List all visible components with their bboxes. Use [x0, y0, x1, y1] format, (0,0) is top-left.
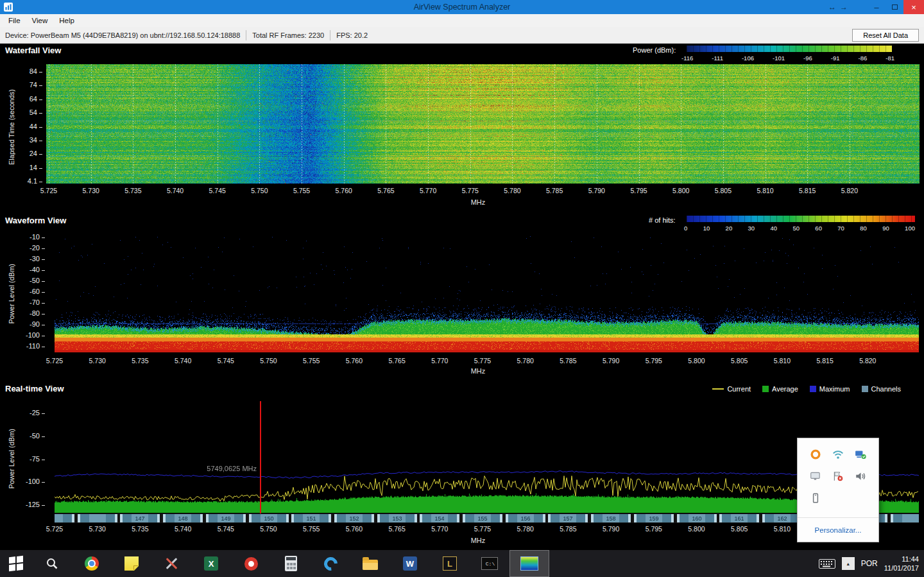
x-tick: 5.770	[431, 357, 448, 365]
legend-tick: 80	[860, 225, 867, 232]
waveform-view-title: Waveform View	[5, 216, 66, 225]
legend-tick: -96	[803, 55, 812, 62]
tray-popup-footer: Personalizar...	[798, 517, 878, 542]
y-tick: 54	[30, 109, 42, 116]
menu-view[interactable]: View	[26, 15, 54, 26]
pc-sync-icon[interactable]	[853, 447, 868, 461]
taskbar-app-command-prompt[interactable]: C:\	[470, 550, 509, 577]
tray-popup-icons	[798, 438, 878, 509]
x-tick: 5.785	[560, 357, 576, 365]
taskbar-clock[interactable]: 11:44 11/01/2017	[884, 555, 919, 573]
x-tick: 5.750	[251, 187, 268, 194]
x-tick: 5.800	[672, 187, 689, 194]
x-tick: 5.745	[218, 357, 234, 365]
x-tick: 5.810	[757, 187, 773, 194]
popout-icon[interactable]: →	[838, 3, 850, 12]
y-tick: -125	[26, 501, 45, 508]
taskbar-app-sticky-notes[interactable]	[112, 550, 151, 577]
y-tick: 74	[30, 82, 42, 89]
volume-icon[interactable]	[853, 469, 868, 483]
taskbar-app-calculator[interactable]	[271, 550, 311, 577]
display-icon[interactable]	[809, 469, 823, 483]
realtime-y-ticks: -25-50-75-100-125	[18, 409, 45, 508]
x-tick: 5.775	[462, 187, 479, 194]
legend-tick: 30	[748, 225, 755, 232]
separator	[330, 30, 330, 40]
customize-link[interactable]: Personalizar...	[815, 526, 862, 534]
hits-gradient-bar	[687, 216, 915, 222]
clock-time: 11:44	[884, 555, 919, 564]
x-tick: 5.775	[474, 357, 491, 365]
menu-file[interactable]: File	[3, 15, 26, 26]
legend-current: Current	[727, 385, 751, 393]
waterfall-view-title: Waterfall View	[5, 46, 61, 55]
x-tick: 5.775	[474, 525, 491, 533]
taskbar-app-airview-active[interactable]	[509, 550, 549, 577]
x-tick: 5.815	[799, 187, 816, 194]
waveform-x-ticks: 5.7255.7305.7355.7405.7455.7505.7555.760…	[0, 357, 924, 366]
waterfall-x-ticks: 5.7255.7305.7355.7405.7455.7505.7555.760…	[0, 187, 924, 196]
taskbar-app-crossed-tools[interactable]	[151, 550, 191, 577]
resize-icon[interactable]: ↔	[826, 3, 838, 12]
x-tick: 5.780	[504, 187, 520, 194]
x-tick: 5.795	[630, 187, 647, 194]
legend-maximum: Maximum	[819, 385, 850, 393]
sticky-notes-icon	[124, 556, 139, 571]
x-tick: 5.795	[646, 525, 662, 533]
start-button[interactable]	[0, 550, 32, 577]
x-tick: 5.820	[859, 357, 876, 365]
device-info: Device: PowerBeam M5 (44D9E7BA8219) on u…	[5, 31, 240, 39]
taskbar-app-blue-crescent[interactable]	[311, 550, 350, 577]
menu-help[interactable]: Help	[53, 15, 80, 26]
y-tick: -20	[30, 245, 45, 252]
taskbar: X W L C:\ (0 44)1 8456 9 9411-317 ftorym…	[0, 550, 924, 577]
x-tick: 5.760	[336, 187, 352, 194]
maximize-icon	[892, 4, 898, 10]
command-prompt-icon: C:\	[481, 557, 498, 570]
legend-tick: 40	[770, 225, 777, 232]
x-tick: 5.820	[841, 187, 858, 194]
legend-tick: -101	[773, 55, 785, 62]
close-button[interactable]: ×	[903, 0, 924, 14]
flag-alert-icon[interactable]	[831, 469, 845, 483]
legend-channels: Channels	[871, 385, 901, 393]
taskbar-app-red-circle[interactable]	[231, 550, 271, 577]
wifi-icon[interactable]	[831, 447, 845, 461]
legend-tick: 50	[792, 225, 800, 232]
x-tick: 5.755	[303, 525, 320, 533]
reset-all-data-button[interactable]: Reset All Data	[852, 29, 919, 42]
y-tick: 24	[30, 150, 42, 157]
taskbar-app-league-of-legends[interactable]: L	[430, 550, 470, 577]
power-gradient-bar	[687, 46, 892, 52]
realtime-spectrum-plot[interactable]	[55, 401, 919, 523]
taskbar-app-search[interactable]	[32, 550, 72, 577]
minimize-button[interactable]: –	[868, 0, 886, 14]
legend-tick: 90	[882, 225, 889, 232]
power-legend-ticks: -116-111-106-101-96-91-86-81	[681, 55, 894, 62]
excel-icon: X	[204, 556, 218, 571]
crossed-tools-icon	[164, 556, 179, 571]
taskbar-app-chrome[interactable]	[72, 550, 112, 577]
maximize-button[interactable]	[886, 0, 903, 14]
orange-ring-icon[interactable]	[809, 447, 823, 461]
y-tick: -10	[30, 234, 45, 241]
x-tick: 5.725	[46, 357, 63, 365]
y-tick: 14	[30, 164, 42, 171]
taskbar-app-excel[interactable]: X	[191, 550, 231, 577]
taskbar-app-word[interactable]: W	[390, 550, 430, 577]
realtime-legend: Current Average Maximum Channels	[712, 385, 901, 393]
y-tick: 34	[30, 137, 42, 144]
battery-icon[interactable]	[809, 491, 823, 505]
x-tick: 5.750	[260, 525, 277, 533]
language-indicator[interactable]: POR	[861, 559, 878, 568]
tray-expand-button[interactable]: ▲	[842, 557, 855, 570]
x-tick: 5.810	[774, 525, 791, 533]
waterfall-y-axis-label: Elapsed Time (seconds)	[8, 69, 15, 185]
cursor-frequency-label: 5749,0625 MHz	[167, 465, 257, 472]
x-tick: 5.790	[603, 525, 619, 533]
x-tick: 5.780	[517, 357, 534, 365]
touch-keyboard-icon[interactable]	[819, 559, 835, 569]
power-legend-label: Power (dBm):	[633, 46, 676, 54]
legend-tick: -106	[742, 55, 754, 62]
taskbar-app-file-explorer[interactable]	[350, 550, 390, 577]
